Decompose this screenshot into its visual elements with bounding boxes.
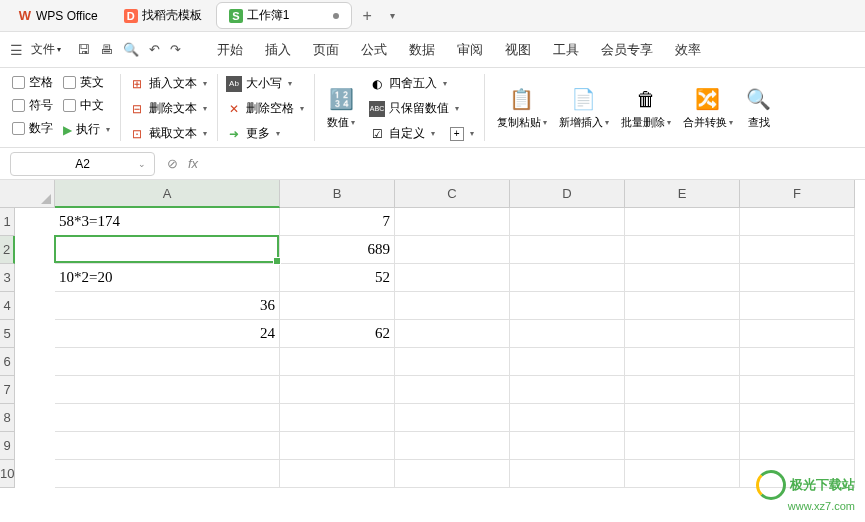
- cell[interactable]: [740, 320, 855, 348]
- plus-icon[interactable]: +: [450, 127, 464, 141]
- row-header[interactable]: 10: [0, 460, 15, 488]
- menu-tab-page[interactable]: 页面: [313, 41, 339, 59]
- cell[interactable]: [55, 404, 280, 432]
- cell[interactable]: [740, 292, 855, 320]
- file-menu[interactable]: 文件 ▾: [31, 41, 61, 58]
- cell[interactable]: [625, 236, 740, 264]
- cell[interactable]: [510, 264, 625, 292]
- cell[interactable]: [510, 376, 625, 404]
- check-space[interactable]: 空格: [12, 74, 53, 91]
- preview-icon[interactable]: 🔍: [123, 42, 139, 57]
- cell[interactable]: [740, 264, 855, 292]
- check-chinese[interactable]: 中文: [63, 97, 110, 114]
- cell[interactable]: 10*2=20: [55, 264, 280, 292]
- print-icon[interactable]: 🖶: [100, 42, 113, 57]
- select-all-corner[interactable]: [0, 180, 55, 208]
- cell[interactable]: [55, 236, 280, 264]
- cell[interactable]: [280, 432, 395, 460]
- cell[interactable]: [740, 432, 855, 460]
- cell[interactable]: [510, 320, 625, 348]
- cell[interactable]: [625, 264, 740, 292]
- cell[interactable]: 689: [280, 236, 395, 264]
- col-header[interactable]: C: [395, 180, 510, 208]
- add-insert-button[interactable]: 📄新增插入▾: [555, 74, 613, 141]
- row-header[interactable]: 3: [0, 264, 15, 292]
- spreadsheet-grid[interactable]: ABCDEF 12345678910 58*3=174768910*2=2052…: [0, 180, 865, 520]
- copy-paste-button[interactable]: 📋复制粘贴▾: [493, 74, 551, 141]
- cell[interactable]: [625, 320, 740, 348]
- cell[interactable]: [625, 460, 740, 488]
- menu-tab-data[interactable]: 数据: [409, 41, 435, 59]
- cell[interactable]: [55, 432, 280, 460]
- check-english[interactable]: 英文: [63, 74, 110, 91]
- tab-wps[interactable]: W WPS Office: [6, 5, 110, 27]
- cell[interactable]: [510, 236, 625, 264]
- tab-menu-button[interactable]: ▾: [382, 10, 403, 21]
- cell[interactable]: [510, 292, 625, 320]
- menu-tab-review[interactable]: 审阅: [457, 41, 483, 59]
- cell[interactable]: [740, 404, 855, 432]
- cell[interactable]: [625, 376, 740, 404]
- col-header[interactable]: B: [280, 180, 395, 208]
- col-header[interactable]: A: [55, 180, 280, 208]
- cell[interactable]: [740, 236, 855, 264]
- cell[interactable]: [625, 432, 740, 460]
- name-box[interactable]: A2 ⌄: [10, 152, 155, 176]
- cell[interactable]: [55, 348, 280, 376]
- cell[interactable]: [510, 460, 625, 488]
- merge-convert-button[interactable]: 🔀合并转换▾: [679, 74, 737, 141]
- cell[interactable]: [510, 348, 625, 376]
- col-header[interactable]: E: [625, 180, 740, 208]
- menu-tab-insert[interactable]: 插入: [265, 41, 291, 59]
- menu-tab-formula[interactable]: 公式: [361, 41, 387, 59]
- cell[interactable]: [55, 460, 280, 488]
- cell[interactable]: [280, 404, 395, 432]
- cell[interactable]: 62: [280, 320, 395, 348]
- undo-icon[interactable]: ↶: [149, 42, 160, 57]
- row-header[interactable]: 6: [0, 348, 15, 376]
- cell[interactable]: [395, 292, 510, 320]
- cell[interactable]: [395, 460, 510, 488]
- cell[interactable]: [740, 460, 855, 488]
- cell[interactable]: [280, 348, 395, 376]
- cell[interactable]: [280, 292, 395, 320]
- row-header[interactable]: 4: [0, 292, 15, 320]
- add-tab-button[interactable]: +: [354, 7, 379, 25]
- case-button[interactable]: Ab大小写▾: [226, 74, 304, 93]
- hamburger-icon[interactable]: ☰: [10, 42, 23, 58]
- menu-tab-view[interactable]: 视图: [505, 41, 531, 59]
- insert-text-button[interactable]: ⊞插入文本▾: [129, 74, 207, 93]
- row-header[interactable]: 5: [0, 320, 15, 348]
- cancel-icon[interactable]: ⊘: [167, 156, 178, 171]
- find-button[interactable]: 🔍查找: [741, 74, 777, 141]
- cell[interactable]: [395, 348, 510, 376]
- redo-icon[interactable]: ↷: [170, 42, 181, 57]
- cell[interactable]: [395, 320, 510, 348]
- menu-tab-start[interactable]: 开始: [217, 41, 243, 59]
- execute-button[interactable]: ▶执行▾: [63, 120, 110, 139]
- cell[interactable]: [395, 236, 510, 264]
- cell[interactable]: [625, 404, 740, 432]
- number-button[interactable]: 🔢 数值▾: [323, 74, 359, 141]
- check-number[interactable]: 数字: [12, 120, 53, 137]
- cell[interactable]: [55, 376, 280, 404]
- cell[interactable]: [395, 404, 510, 432]
- row-header[interactable]: 8: [0, 404, 15, 432]
- remove-space-button[interactable]: ✕删除空格▾: [226, 99, 304, 118]
- more-button[interactable]: ➜更多▾: [226, 124, 304, 143]
- fx-icon[interactable]: fx: [188, 156, 198, 171]
- cell[interactable]: 58*3=174: [55, 208, 280, 236]
- col-header[interactable]: D: [510, 180, 625, 208]
- cell[interactable]: [280, 460, 395, 488]
- row-header[interactable]: 7: [0, 376, 15, 404]
- cell[interactable]: [625, 348, 740, 376]
- cell[interactable]: [740, 208, 855, 236]
- keep-number-button[interactable]: ABC只保留数值▾: [369, 99, 474, 118]
- cell[interactable]: [510, 432, 625, 460]
- cell[interactable]: 36: [55, 292, 280, 320]
- cell[interactable]: [625, 292, 740, 320]
- menu-tab-efficiency[interactable]: 效率: [675, 41, 701, 59]
- row-header[interactable]: 2: [0, 236, 15, 264]
- tab-workbook[interactable]: S 工作簿1: [216, 2, 353, 29]
- save-icon[interactable]: 🖫: [77, 42, 90, 57]
